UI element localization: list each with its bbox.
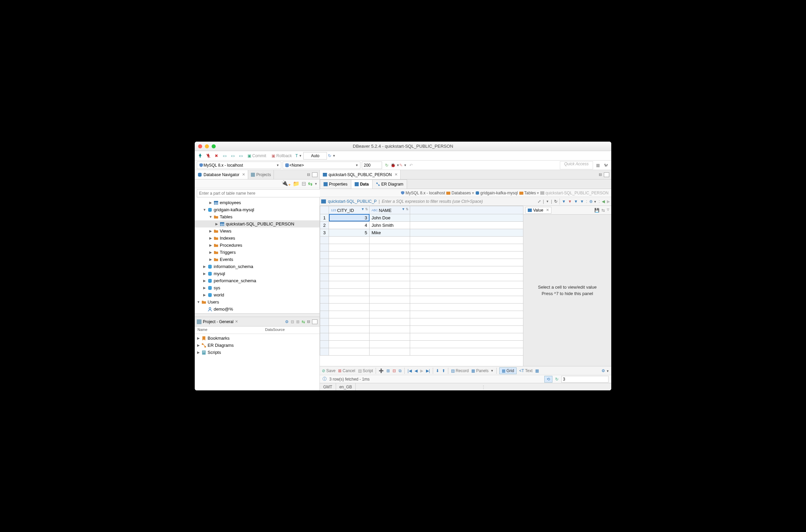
col-datasource[interactable]: DataSource bbox=[262, 326, 287, 334]
tree-item[interactable]: Events bbox=[195, 256, 319, 263]
close-icon[interactable]: ✕ bbox=[235, 319, 238, 324]
subtab-data[interactable]: Data bbox=[351, 179, 373, 189]
filter-expression-input[interactable]: Enter a SQL expression to filter results… bbox=[382, 199, 535, 204]
rollback-button[interactable]: ▣Rollback bbox=[269, 152, 294, 159]
save-value-icon[interactable]: 💾 bbox=[594, 208, 599, 213]
save-button[interactable]: ⊘Save bbox=[322, 368, 335, 373]
new-connection-icon[interactable]: 🔌+ bbox=[281, 180, 291, 187]
row-header[interactable]: 1 bbox=[320, 214, 329, 222]
collapse-icon[interactable]: ⊟ bbox=[291, 319, 294, 324]
fetch-next-icon[interactable]: ↻ bbox=[383, 162, 390, 169]
highlighter-icon[interactable]: ✎▼ bbox=[400, 162, 406, 169]
schema-select[interactable]: <None> ▼ bbox=[283, 162, 360, 169]
add-row-icon[interactable]: ➕ bbox=[379, 368, 384, 373]
filter-remove-icon[interactable]: ▼ bbox=[568, 199, 572, 204]
expand-filter-icon[interactable]: ⤢ bbox=[538, 199, 541, 204]
cell-name[interactable]: John Smith bbox=[370, 222, 410, 229]
project-tree[interactable]: BookmarksER DiagramsScripts bbox=[195, 334, 319, 357]
collapse-all-icon[interactable]: ⊟ bbox=[302, 180, 306, 187]
txn-mode-icon[interactable]: T▼ bbox=[295, 152, 302, 159]
maximize-view-icon[interactable] bbox=[312, 172, 317, 177]
row-header[interactable]: 3 bbox=[320, 229, 329, 236]
tree-item[interactable]: Tables bbox=[195, 213, 319, 221]
subtab-er-diagram[interactable]: ER Diagram bbox=[372, 179, 407, 189]
close-icon[interactable]: ✕ bbox=[546, 208, 549, 212]
filter-custom-icon[interactable]: ▼ bbox=[574, 199, 578, 204]
sql-script-icon[interactable]: ▭ bbox=[221, 152, 228, 159]
minimize-view-icon[interactable]: ⊟ bbox=[307, 319, 310, 324]
plug-connect-icon[interactable] bbox=[197, 152, 204, 159]
bc-tables[interactable]: Tables▾ bbox=[519, 191, 539, 195]
close-window-icon[interactable] bbox=[198, 144, 202, 148]
sort-icon[interactable]: ⇅ bbox=[406, 207, 408, 211]
cell-city-id[interactable]: 4 bbox=[329, 222, 370, 229]
last-page-icon[interactable]: ▶| bbox=[426, 368, 430, 373]
perspective-icon[interactable]: ▦ bbox=[594, 162, 601, 169]
script-button[interactable]: ▤Script bbox=[358, 368, 373, 373]
database-tree[interactable]: employeesgridgain-kafka-mysqlTablesquick… bbox=[195, 198, 319, 313]
import-icon[interactable]: ⬆ bbox=[442, 368, 445, 373]
cell-city-id[interactable]: 5 bbox=[329, 229, 370, 236]
tab-projects[interactable]: Projects bbox=[248, 170, 274, 179]
project-item[interactable]: ER Diagrams bbox=[195, 342, 319, 349]
page-size-input[interactable] bbox=[561, 376, 608, 383]
filter-settings-icon[interactable]: ▼ bbox=[580, 199, 584, 204]
tree-item[interactable]: mysql bbox=[195, 270, 319, 277]
record-button[interactable]: ▤Record bbox=[451, 368, 469, 373]
maximize-window-icon[interactable] bbox=[212, 144, 216, 148]
cell-city-id[interactable]: 3 bbox=[329, 214, 370, 222]
plug-disconnect-icon[interactable] bbox=[205, 152, 212, 159]
value-menu-icon[interactable]: ▽ bbox=[607, 208, 609, 213]
minimize-view-icon[interactable]: ⊟ bbox=[307, 172, 310, 177]
nav-fwd-icon[interactable]: ▶ bbox=[607, 199, 610, 204]
project-item[interactable]: Scripts bbox=[195, 349, 319, 356]
undo-icon[interactable]: ↶ bbox=[408, 162, 414, 169]
next-page-icon[interactable]: ▶ bbox=[420, 368, 423, 373]
tree-item[interactable]: Indexes bbox=[195, 234, 319, 242]
virtual-columns-icon[interactable]: ▦ bbox=[535, 368, 539, 373]
grid-view-button[interactable]: ▦Grid bbox=[499, 367, 517, 374]
tree-item[interactable]: sys bbox=[195, 284, 319, 291]
quick-access-input[interactable]: Quick Access bbox=[560, 161, 593, 169]
filter-menu-icon[interactable]: ▼ bbox=[546, 200, 549, 203]
tree-filter-input[interactable] bbox=[197, 189, 321, 197]
data-grid[interactable]: 123 CITY_ID ▼⇅ ABC NAME ▼⇅ 1 3 bbox=[320, 206, 523, 356]
bc-database[interactable]: gridgain-kafka-mysql bbox=[475, 191, 518, 195]
bc-connection[interactable]: MySQL 8.x - localhost bbox=[401, 191, 445, 195]
new-folder-icon[interactable]: 📁 bbox=[293, 180, 300, 187]
auto-refresh-icon[interactable]: ↻ bbox=[555, 377, 559, 382]
subtab-properties[interactable]: Properties bbox=[320, 179, 351, 189]
nav-back-icon[interactable]: ◀ bbox=[602, 199, 605, 204]
column-header-city-id[interactable]: 123 CITY_ID ▼⇅ bbox=[329, 206, 370, 214]
cancel-button[interactable]: ⊠Cancel bbox=[338, 368, 355, 373]
delete-row-icon[interactable]: ⊟ bbox=[393, 368, 396, 373]
refresh-toggle-icon[interactable]: ⟲ bbox=[544, 376, 552, 383]
tree-item[interactable]: Triggers bbox=[195, 249, 319, 256]
expand-icon[interactable]: ⊞ bbox=[296, 319, 300, 324]
link-editor-icon[interactable]: ⇆ bbox=[308, 180, 313, 187]
dbeaver-perspective-icon[interactable]: 🐿 bbox=[602, 162, 609, 169]
tree-item[interactable]: Procedures bbox=[195, 242, 319, 249]
txn-log-icon[interactable]: ↻▼ bbox=[328, 152, 335, 159]
filter-icon[interactable]: ▼ bbox=[402, 207, 405, 211]
gear-icon[interactable]: ⚙ bbox=[285, 319, 289, 324]
prev-page-icon[interactable]: ◀ bbox=[414, 368, 417, 373]
link-icon[interactable]: ⇆ bbox=[302, 319, 305, 324]
row-header[interactable]: 2 bbox=[320, 222, 329, 229]
bc-databases[interactable]: Databases▾ bbox=[446, 191, 474, 195]
view-menu-icon[interactable]: ▼ bbox=[314, 182, 317, 186]
tree-item[interactable]: Users bbox=[195, 299, 319, 306]
maximize-view-icon[interactable] bbox=[312, 319, 317, 324]
tree-item[interactable]: performance_schema bbox=[195, 277, 319, 284]
value-tab[interactable]: Value ✕ bbox=[525, 207, 551, 214]
maximize-editor-icon[interactable] bbox=[604, 172, 609, 177]
first-page-icon[interactable]: |◀ bbox=[407, 368, 411, 373]
sql-recent-icon[interactable]: ▭ bbox=[237, 152, 244, 159]
sort-icon[interactable]: ⇅ bbox=[365, 207, 368, 211]
txn-mode-select[interactable]: Auto bbox=[303, 152, 327, 159]
cell-name[interactable]: John Doe bbox=[370, 214, 410, 222]
filter-apply-icon[interactable]: ▼ bbox=[562, 199, 566, 204]
tree-item[interactable]: Views bbox=[195, 227, 319, 234]
add-row-copy-icon[interactable]: ⊞ bbox=[387, 368, 390, 373]
gear-icon[interactable]: ⚙▼ bbox=[601, 368, 609, 373]
